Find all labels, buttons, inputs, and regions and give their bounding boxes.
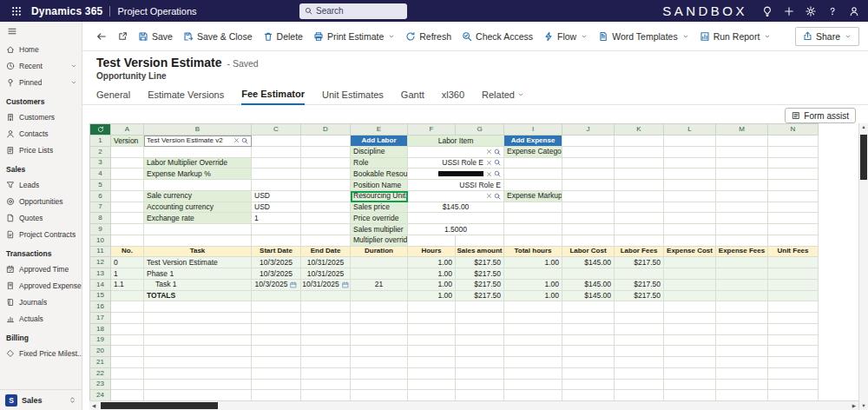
cell-I16[interactable]	[504, 301, 562, 313]
cell-G15[interactable]: $217.50	[456, 291, 504, 302]
cell-E17[interactable]	[351, 313, 408, 324]
cell-I22[interactable]	[504, 368, 562, 380]
cell-F15[interactable]: 1.00	[408, 291, 456, 302]
cell-M8[interactable]	[716, 213, 768, 224]
cell-D10[interactable]	[301, 235, 351, 247]
cell-A14[interactable]: 1.1	[111, 280, 144, 291]
cell-I23[interactable]	[504, 380, 562, 391]
row-header-6[interactable]: 6	[90, 191, 111, 202]
cell-G20[interactable]	[456, 346, 504, 357]
cell-I12[interactable]: 1.00	[504, 257, 562, 268]
cell-D18[interactable]	[301, 324, 351, 335]
sidebar-item-home[interactable]: Home	[0, 41, 82, 57]
row-header-1[interactable]: 1	[90, 136, 111, 147]
cell-D11[interactable]: End Date	[301, 247, 351, 258]
cell-N8[interactable]	[768, 213, 819, 224]
cell-F17[interactable]	[408, 313, 456, 324]
cell-L22[interactable]	[664, 368, 716, 380]
clear-icon[interactable]	[486, 193, 492, 199]
sidebar-item-leads[interactable]: Leads	[0, 176, 82, 193]
cell-C21[interactable]	[252, 357, 301, 368]
scroll-left-arrow[interactable]: ◀	[92, 401, 95, 410]
cell-A10[interactable]	[111, 235, 144, 247]
col-header-I[interactable]: I	[504, 124, 562, 136]
cell-J19[interactable]	[562, 335, 615, 347]
sidebar-item-project-contracts[interactable]: Project Contracts	[0, 226, 82, 242]
cell-I21[interactable]	[504, 357, 562, 368]
cell-A8[interactable]	[111, 213, 144, 224]
cell-K21[interactable]	[615, 357, 664, 368]
cell-K7[interactable]	[615, 202, 664, 214]
cell-E16[interactable]	[351, 301, 408, 313]
cell-L9[interactable]	[664, 224, 716, 235]
cell-K6[interactable]	[615, 191, 664, 202]
cell-I4[interactable]	[504, 169, 562, 180]
account-icon[interactable]	[849, 6, 859, 17]
row-header-4[interactable]: 4	[90, 169, 111, 180]
cell-A5[interactable]	[111, 180, 144, 191]
sidebar-item-approved-time[interactable]: Approved Time	[0, 261, 82, 277]
cell-N13[interactable]	[768, 268, 819, 280]
cell-D19[interactable]	[301, 335, 351, 347]
cell-N12[interactable]	[768, 257, 819, 268]
sidebar-item-fixed-price-milest[interactable]: Fixed Price Milest...	[0, 345, 82, 361]
col-header-G[interactable]: G	[456, 124, 504, 136]
cell-D21[interactable]	[301, 357, 351, 368]
area-switch-icon[interactable]	[69, 396, 76, 404]
cell-G12[interactable]: $217.50	[456, 257, 504, 268]
cell-N2[interactable]	[768, 147, 819, 158]
cell-F1[interactable]: Labor Item	[408, 136, 504, 147]
command-delete-button[interactable]: Delete	[258, 26, 308, 47]
cell-C19[interactable]	[252, 335, 301, 347]
cell-B2[interactable]	[144, 147, 252, 158]
share-button[interactable]: Share	[795, 27, 859, 46]
cell-L6[interactable]	[664, 191, 716, 202]
cell-D17[interactable]	[301, 313, 351, 324]
col-header-D[interactable]: D	[301, 124, 351, 136]
command-word-templates-button[interactable]: Word Templates	[593, 26, 694, 47]
tab-fee-estimator[interactable]: Fee Estimator	[241, 89, 305, 105]
cell-A13[interactable]: 1	[111, 268, 144, 280]
cell-D6[interactable]	[301, 191, 351, 202]
cell-C23[interactable]	[252, 380, 301, 391]
row-header-2[interactable]: 2	[90, 147, 111, 158]
gear-icon[interactable]	[806, 6, 816, 17]
cell-M12[interactable]	[716, 257, 768, 268]
command-check-access-button[interactable]: Check Access	[457, 26, 538, 47]
cell-B1[interactable]: Test Version Estimate v2	[144, 136, 252, 147]
cell-J12[interactable]: $145.00	[562, 257, 615, 268]
cell-F16[interactable]	[408, 301, 456, 313]
cell-J1[interactable]	[562, 136, 615, 147]
cell-C13[interactable]: 10/3/2025	[252, 268, 301, 280]
cell-G22[interactable]	[456, 368, 504, 380]
row-header-16[interactable]: 16	[90, 301, 111, 313]
row-header-7[interactable]: 7	[90, 202, 111, 214]
row-header-15[interactable]: 15	[90, 291, 111, 302]
cell-L11[interactable]: Expense Cost	[664, 247, 716, 258]
cell-A3[interactable]	[111, 158, 144, 169]
cell-F22[interactable]	[408, 368, 456, 380]
scroll-right-arrow[interactable]: ▶	[852, 401, 856, 410]
row-header-18[interactable]: 18	[90, 324, 111, 335]
cell-B6[interactable]: Sale currency	[144, 191, 252, 202]
row-header-9[interactable]: 9	[90, 224, 111, 235]
sidebar-item-contacts[interactable]: Contacts	[0, 125, 82, 142]
cell-F5[interactable]: USSI Role E	[408, 180, 504, 191]
cell-E7[interactable]: Sales price	[351, 202, 408, 214]
cell-M3[interactable]	[716, 158, 768, 169]
cell-E13[interactable]	[351, 268, 408, 280]
cell-D2[interactable]	[301, 147, 351, 158]
cell-E12[interactable]	[351, 257, 408, 268]
cell-J7[interactable]	[562, 202, 615, 214]
cell-J13[interactable]	[562, 268, 615, 280]
cell-E5[interactable]: Position Name	[351, 180, 408, 191]
cell-N1[interactable]	[768, 136, 819, 147]
cell-N17[interactable]	[768, 313, 819, 324]
cell-F20[interactable]	[408, 346, 456, 357]
sidebar-item-journals[interactable]: Journals	[0, 294, 82, 310]
col-header-A[interactable]: A	[111, 124, 144, 136]
cell-D23[interactable]	[301, 380, 351, 391]
cell-I8[interactable]	[504, 213, 562, 224]
cell-B8[interactable]: Exchange rate	[144, 213, 252, 224]
cell-E15[interactable]	[351, 291, 408, 302]
